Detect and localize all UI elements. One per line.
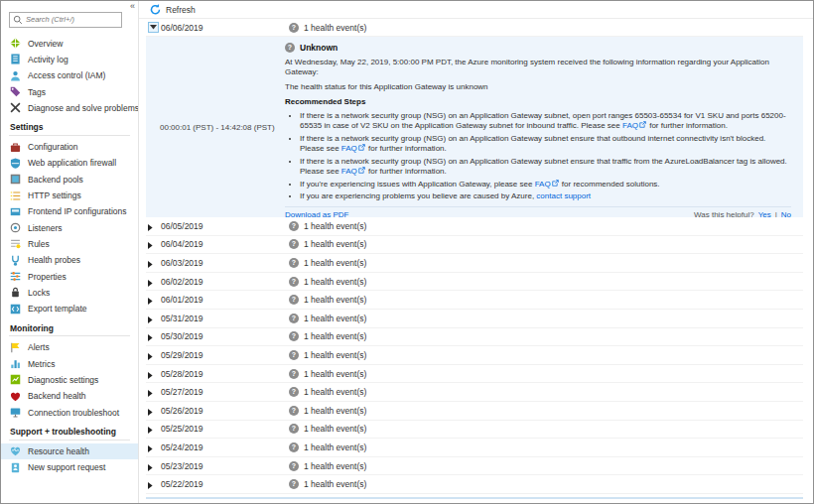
faq-link[interactable]: FAQ [341,144,357,153]
event-count-group: ?1 health event(s) [289,461,366,471]
sidebar-nav: OverviewActivity logAccess control (IAM)… [1,36,138,476]
event-row[interactable]: 05/24/2019?1 health event(s) [146,439,803,457]
event-date: 05/22/2019 [161,479,289,489]
frontend-ip-icon [10,206,21,217]
sidebar-item-tags[interactable]: Tags [1,83,138,99]
question-icon: ? [289,258,299,268]
event-count-group: ?1 health event(s) [289,350,366,360]
question-icon: ? [289,239,299,249]
event-row[interactable]: 05/31/2019?1 health event(s) [146,310,803,328]
sidebar-item-label: Listeners [28,223,63,233]
section-divider [9,135,130,136]
event-row[interactable]: 06/01/2019?1 health event(s) [146,291,803,310]
command-bar: Refresh [139,1,813,19]
event-date: 05/24/2019 [161,442,289,452]
refresh-button[interactable]: Refresh [166,5,196,15]
event-count-group: ?1 health event(s) [289,479,366,489]
external-link-icon [358,167,365,178]
sidebar-item-new-support-request[interactable]: New support request [1,459,138,475]
event-count: 1 health event(s) [304,258,366,268]
sidebar-item-label: Backend health [28,391,86,401]
feedback-group: Was this helpful? Yes | No [694,210,791,218]
sidebar-item-label: Properties [28,272,67,282]
sidebar-item-configuration[interactable]: Configuration [1,139,138,155]
sidebar-item-label: Access control (IAM) [28,70,105,80]
event-row[interactable]: 06/03/2019?1 health event(s) [146,254,803,273]
recommended-step: If there is a network security group (NS… [300,134,791,155]
event-row[interactable]: 05/22/2019?1 health event(s) [146,475,803,494]
question-icon: ? [289,314,299,323]
event-count-group: ?1 health event(s) [289,258,366,268]
caret-right-icon [148,346,153,364]
event-row[interactable]: 05/27/2019?1 health event(s) [146,383,803,402]
caret-cell [148,457,161,475]
sidebar-item-connection-troubleshoot[interactable]: Connection troubleshoot [1,404,138,420]
event-row[interactable]: 06/05/2019?1 health event(s) [146,217,803,236]
download-pdf-link[interactable]: Download as PDF [285,210,348,218]
event-date: 06/03/2019 [161,258,289,268]
event-row[interactable]: 05/26/2019?1 health event(s) [146,402,803,421]
sidebar-item-diagnostic-settings[interactable]: Diagnostic settings [1,372,138,388]
caret-right-icon [148,217,153,235]
sidebar-item-diagnose-and-solve-problems[interactable]: Diagnose and solve problems [1,100,138,116]
event-row[interactable]: 05/28/2019?1 health event(s) [146,365,803,384]
support-request-icon [10,462,21,473]
sidebar-item-access-control-iam[interactable]: Access control (IAM) [1,67,138,83]
event-row[interactable]: 05/23/2019?1 health event(s) [146,457,803,476]
locks-icon [10,287,21,298]
backend-health-icon [10,391,21,402]
sidebar-item-listeners[interactable]: Listeners [1,219,138,235]
caret-cell [148,310,161,327]
helpful-no-link[interactable]: No [781,210,791,218]
sidebar-item-alerts[interactable]: Alerts [1,339,138,355]
faq-link[interactable]: FAQ [341,167,357,176]
event-row[interactable]: 05/25/2019?1 health event(s) [146,421,803,440]
sidebar-item-export-template[interactable]: Export template [1,301,138,316]
sidebar-item-backend-pools[interactable]: Backend pools [1,172,138,188]
metrics-icon [10,358,21,369]
sidebar-item-label: Health probes [28,255,80,265]
event-count: 1 health event(s) [304,479,366,489]
export-template-icon [10,304,21,315]
helpful-yes-link[interactable]: Yes [758,210,771,218]
event-row[interactable]: 05/29/2019?1 health event(s) [146,346,803,365]
collapse-sidebar-icon[interactable]: « [130,2,135,11]
sidebar-item-activity-log[interactable]: Activity log [1,52,138,67]
sidebar-item-properties[interactable]: Properties [1,268,138,284]
sidebar-item-metrics[interactable]: Metrics [1,356,138,372]
event-detail-body: ? Unknown At Wednesday, May 22, 2019, 5:… [285,37,803,217]
sidebar-item-locks[interactable]: Locks [1,285,138,301]
sidebar-item-label: Resource health [28,446,89,456]
contact-support-link[interactable]: contact support [536,191,591,200]
sidebar-item-web-application-firewall[interactable]: Web application firewall [1,155,138,171]
sidebar-item-frontend-ip-configurations[interactable]: Frontend IP configurations [1,203,138,219]
caret-down-icon[interactable] [148,22,159,33]
caret-cell [148,383,161,401]
sidebar-item-label: HTTP settings [28,190,81,200]
event-row[interactable]: 05/30/2019?1 health event(s) [146,328,803,347]
event-date: 05/28/2019 [161,369,289,379]
sidebar-item-overview[interactable]: Overview [1,36,138,52]
sidebar-item-rules[interactable]: Rules [1,236,138,252]
event-count: 1 health event(s) [304,239,366,249]
faq-link[interactable]: FAQ [622,121,638,130]
sidebar-item-resource-health[interactable]: Resource health [1,443,138,459]
caret-cell [148,346,161,364]
event-row[interactable]: 06/02/2019?1 health event(s) [146,273,803,292]
event-row-expanded[interactable]: 06/06/2019 ? 1 health event(s) [146,19,803,37]
event-date: 06/02/2019 [161,277,289,287]
http-settings-icon [10,190,21,201]
event-date: 05/26/2019 [161,406,289,416]
sidebar-item-label: Activity log [28,55,68,64]
event-count-group: ?1 health event(s) [289,387,366,397]
faq-link[interactable]: FAQ [535,180,551,189]
sidebar-item-label: Alerts [28,342,50,352]
search-input[interactable] [9,12,122,28]
sidebar-item-http-settings[interactable]: HTTP settings [1,188,138,203]
event-row[interactable]: 06/04/2019?1 health event(s) [146,236,803,255]
configuration-icon [10,142,21,153]
sidebar-item-health-probes[interactable]: Health probes [1,252,138,268]
health-event-detail-panel: 00:00:01 (PST) - 14:42:08 (PST) ? Unknow… [146,37,803,217]
bottom-scroll-strip[interactable] [146,497,803,499]
sidebar-item-backend-health[interactable]: Backend health [1,388,138,404]
